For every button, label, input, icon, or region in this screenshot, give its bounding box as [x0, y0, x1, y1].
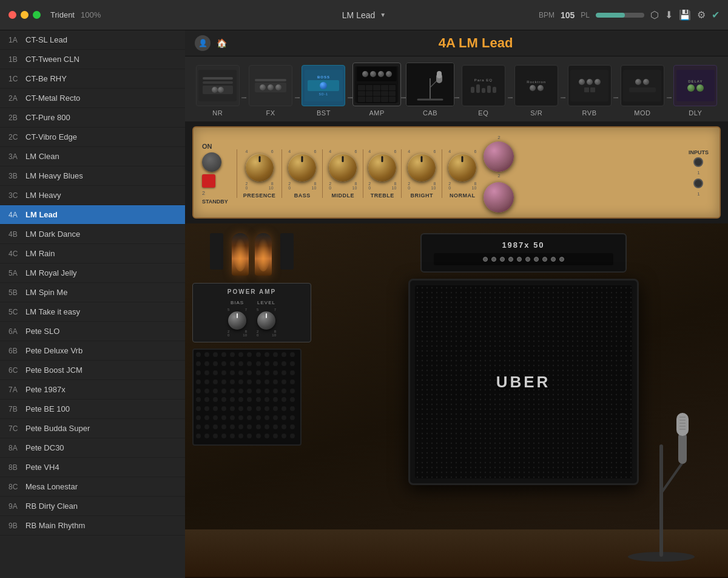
amp-head-knob-7[interactable] — [534, 257, 539, 262]
master-knob-bottom[interactable] — [484, 182, 514, 212]
preset-item-5c[interactable]: 5CLM Take it easy — [0, 302, 185, 322]
preset-item-1b[interactable]: 1BCT-Tween CLN — [0, 50, 185, 69]
middle-knob[interactable] — [329, 154, 357, 182]
home-icon[interactable]: 🏠 — [217, 38, 227, 48]
preset-item-2c[interactable]: 2CCT-Vibro Edge — [0, 127, 185, 147]
amp-head-knob-5[interactable] — [517, 257, 522, 262]
module-SR[interactable]: Rocktron S/R — [513, 65, 561, 121]
preset-item-4a[interactable]: 4ALM Lead — [0, 205, 185, 225]
mic-stand-visual — [619, 384, 704, 566]
toolbar-right: BPM 105 PL ⬡ ⬇ 💾 ⚙ ✔ — [539, 9, 720, 21]
module-FX[interactable]: FX — [246, 65, 294, 121]
inputs-label: INPUTS — [689, 149, 709, 155]
svg-rect-11 — [676, 413, 689, 436]
bias-label: BIAS — [231, 300, 244, 305]
preset-num: 1C — [8, 75, 25, 83]
level-knob[interactable] — [257, 311, 275, 330]
module-CAB-label: CAB — [423, 109, 437, 117]
download-icon[interactable]: ⬇ — [665, 9, 673, 21]
pl-label: PL — [581, 11, 590, 19]
preset-num: 2A — [8, 94, 25, 103]
preset-item-3c[interactable]: 3CLM Heavy — [0, 186, 185, 205]
bass-knob[interactable] — [288, 154, 316, 182]
preset-item-2a[interactable]: 2ACT-Metal Recto — [0, 89, 185, 108]
amp-head-knob-10[interactable] — [559, 257, 564, 262]
module-RVB-label: RVB — [582, 109, 597, 117]
preset-item-7b[interactable]: 7BPete BE 100 — [0, 399, 185, 419]
preset-item-8a[interactable]: 8APete DC30 — [0, 438, 185, 458]
preset-label: RB Main Rhythm — [25, 521, 85, 530]
user-icon[interactable]: 👤 — [195, 35, 211, 51]
svg-rect-10 — [678, 432, 687, 464]
amp-head-knob-8[interactable] — [542, 257, 547, 262]
preset-item-6c[interactable]: 6CPete Boost JCM — [0, 361, 185, 380]
amp-head-knob-1[interactable] — [483, 257, 488, 262]
standby-button[interactable] — [202, 174, 215, 188]
module-NR[interactable]: NR — [194, 65, 241, 121]
save-icon[interactable]: 💾 — [679, 9, 691, 21]
mic-stand — [619, 384, 704, 566]
preset-item-7a[interactable]: 7APete 1987x — [0, 380, 185, 399]
preset-item-8c[interactable]: 8CMesa Lonestar — [0, 477, 185, 497]
module-CAB[interactable]: CAB — [406, 63, 454, 121]
preset-label: Pete BE 100 — [25, 404, 70, 413]
treble-knob[interactable] — [368, 154, 396, 182]
chain-connector — [508, 97, 513, 98]
preset-item-1a[interactable]: 1ACT-SL Lead — [0, 30, 185, 50]
module-DLY[interactable]: DELAY DLY — [672, 65, 720, 121]
settings-icon[interactable]: ⚙ — [697, 9, 706, 21]
preset-item-4b[interactable]: 4BLM Dark Dance — [0, 225, 185, 244]
bias-knob[interactable] — [228, 311, 246, 330]
export-icon[interactable]: ⬡ — [650, 9, 659, 21]
input-jack-2[interactable] — [693, 178, 703, 188]
preset-item-5b[interactable]: 5BLM Spin Me — [0, 283, 185, 302]
power-amp-section: POWER AMP BIAS 5 7 2 8 — [185, 223, 318, 578]
master-knob-top[interactable] — [484, 141, 514, 172]
preset-item-7c[interactable]: 7CPete Budda Super — [0, 419, 185, 438]
zoom-level: 100% — [81, 10, 101, 19]
module-EQ[interactable]: Para EQ EQ — [459, 65, 507, 121]
preset-list: 1ACT-SL Lead1BCT-Tween CLN1CCT-Be RHY2AC… — [0, 30, 185, 578]
bright-knob[interactable] — [408, 154, 436, 182]
fullscreen-button[interactable] — [33, 11, 41, 19]
chain-connector — [295, 97, 300, 98]
amp-head-knob-6[interactable] — [525, 257, 530, 262]
on-switch[interactable] — [202, 152, 221, 172]
amp-head-knob-4[interactable] — [508, 257, 513, 262]
presence-knob[interactable] — [246, 154, 274, 182]
preset-item-8b[interactable]: 8BPete VH4 — [0, 458, 185, 477]
minimize-button[interactable] — [21, 11, 29, 19]
preset-item-9a[interactable]: 9ARB Dirty Clean — [0, 497, 185, 516]
module-MOD[interactable]: MOD — [618, 65, 666, 121]
preset-item-3b[interactable]: 3BLM Heavy Blues — [0, 166, 185, 186]
module-RVB[interactable]: RVB — [565, 65, 613, 121]
power-icon[interactable]: ✔ — [712, 9, 720, 21]
preset-num: 2B — [8, 114, 25, 122]
preset-item-6a[interactable]: 6APete SLO — [0, 322, 185, 341]
preset-item-4c[interactable]: 4CLM Rain — [0, 244, 185, 264]
preset-item-2b[interactable]: 2BCT-Pure 800 — [0, 108, 185, 127]
preset-dropdown-arrow[interactable]: ▼ — [380, 12, 386, 18]
preset-selector[interactable]: LM Lead ▼ — [342, 10, 386, 20]
close-button[interactable] — [8, 11, 16, 19]
preset-item-3a[interactable]: 3ALM Clean — [0, 147, 185, 166]
divider-3 — [322, 149, 323, 198]
speaker-cab[interactable]: UBER — [408, 279, 639, 485]
preset-item-9b[interactable]: 9BRB Main Rhythm — [0, 516, 185, 536]
amp-head-knob-9[interactable] — [551, 257, 556, 262]
tube-2 — [255, 233, 272, 276]
input-jack-1[interactable] — [693, 157, 703, 167]
preset-num: 6A — [8, 327, 25, 336]
amp-head-knob-2[interactable] — [491, 257, 496, 262]
power-amp-label: POWER AMP — [198, 288, 306, 295]
preset-item-5a[interactable]: 5ALM Royal Jelly — [0, 264, 185, 283]
preset-item-1c[interactable]: 1CCT-Be RHY — [0, 69, 185, 89]
preset-num: 9A — [8, 502, 25, 511]
main-preset-title: 4A LM Lead — [233, 35, 718, 51]
module-AMP[interactable]: VINTAGE — [352, 63, 401, 121]
pl-bar[interactable] — [596, 13, 644, 18]
normal-knob[interactable] — [448, 154, 476, 182]
preset-item-6b[interactable]: 6BPete Deluxe Vrb — [0, 341, 185, 361]
amp-head-knob-3[interactable] — [500, 257, 505, 262]
module-BST[interactable]: BOSS SD-1 BST — [300, 65, 348, 121]
